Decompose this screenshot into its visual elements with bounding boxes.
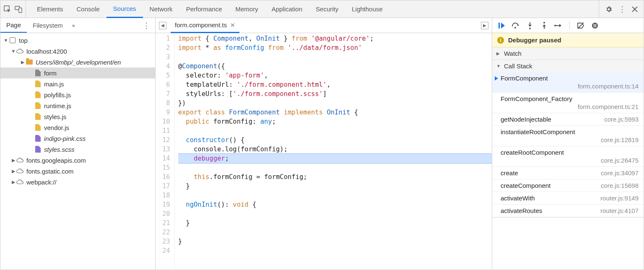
main-tab-security[interactable]: Security: [309, 0, 345, 18]
code-line[interactable]: import * as formConfig from '../data/for…: [178, 43, 492, 52]
code-line[interactable]: debugger;: [178, 154, 492, 163]
watch-section[interactable]: ▶Watch: [492, 47, 644, 60]
stack-frame[interactable]: createRootComponentcore.js:26475: [492, 146, 644, 167]
tree-ext3[interactable]: ▶webpack://: [0, 177, 155, 187]
code-line[interactable]: }): [178, 99, 492, 108]
main-tab-application[interactable]: Application: [265, 0, 309, 18]
pause-on-exceptions-icon[interactable]: [591, 21, 599, 30]
step-out-icon[interactable]: [540, 21, 548, 30]
code-line[interactable]: public formConfig: any;: [178, 117, 492, 126]
tree-ext2[interactable]: ▶fonts.gstatic.com: [0, 166, 155, 177]
close-file-icon[interactable]: ✕: [230, 22, 235, 29]
main-tab-lighthouse[interactable]: Lighthouse: [345, 0, 389, 18]
step-over-icon[interactable]: [512, 21, 520, 30]
open-file-name: form.component.ts: [175, 21, 227, 29]
code-editor[interactable]: 123456789101112131415161718192021222324 …: [156, 33, 492, 270]
callstack-header[interactable]: ▼Call Stack: [492, 60, 644, 72]
svg-point-8: [592, 23, 598, 29]
code-line[interactable]: [178, 191, 492, 200]
open-file-tab[interactable]: form.component.ts ✕: [171, 18, 239, 33]
file-icon: [34, 124, 42, 131]
step-into-icon[interactable]: [526, 21, 534, 30]
svg-rect-10: [595, 24, 596, 27]
navigator-tab-filesystem[interactable]: Filesystem: [27, 18, 69, 33]
navigator-more-tabs[interactable]: »: [69, 22, 78, 29]
main-tab-console[interactable]: Console: [70, 0, 106, 18]
stack-frame[interactable]: createcore.js:34097: [492, 167, 644, 179]
nav-back-icon[interactable]: ◀: [159, 22, 166, 29]
tree-ext1[interactable]: ▶fonts.googleapis.com: [0, 155, 155, 166]
stack-frame[interactable]: createComponentcore.js:15698: [492, 179, 644, 192]
nav-forward-icon[interactable]: ▶: [481, 22, 488, 29]
stack-frame[interactable]: activateRoutesrouter.js:4107: [492, 205, 644, 217]
tree-file-vendor[interactable]: vendor.js: [0, 122, 155, 133]
code-line[interactable]: styleUrls: ['./form.component.scss']: [178, 89, 492, 99]
code-line[interactable]: [178, 52, 492, 62]
svg-rect-3: [499, 23, 500, 29]
tree-folder[interactable]: ▶Users/i8mbp/_development/en: [0, 57, 155, 68]
cloud-icon: [16, 47, 24, 55]
tree-file-scss[interactable]: styles.scss: [0, 144, 155, 155]
inspect-icon[interactable]: [4, 5, 11, 13]
tree-file-polyfills[interactable]: polyfills.js: [0, 89, 155, 100]
cloud-icon: [16, 156, 24, 164]
sources-navigator: Page Filesystem » ⋮ ▼top ▼localhost:4200…: [0, 18, 156, 270]
code-line[interactable]: export class FormComponent implements On…: [178, 108, 492, 117]
source-editor: ◀ form.component.ts ✕ ▶ 1234567891011121…: [156, 18, 492, 270]
main-tab-network[interactable]: Network: [143, 0, 179, 18]
tree-file-indigo[interactable]: indigo-pink.css: [0, 133, 155, 144]
tree-host[interactable]: ▼localhost:4200: [0, 46, 155, 57]
tree-file-runtime[interactable]: runtime.js: [0, 100, 155, 111]
code-line[interactable]: selector: 'app-form',: [178, 71, 492, 80]
navigator-menu-icon[interactable]: ⋮: [138, 21, 155, 30]
file-icon: [34, 145, 42, 153]
code-line[interactable]: [178, 126, 492, 135]
code-line[interactable]: @Component({: [178, 62, 492, 71]
tree-top[interactable]: ▼top: [0, 35, 155, 46]
stack-frame[interactable]: FormComponentform.component.ts:14: [492, 72, 644, 93]
svg-point-4: [514, 27, 516, 29]
close-devtools-icon[interactable]: [632, 6, 638, 12]
svg-rect-2: [19, 8, 22, 13]
file-icon: [34, 113, 42, 120]
code-line[interactable]: }: [178, 218, 492, 228]
main-tab-elements[interactable]: Elements: [30, 0, 70, 18]
stack-frame[interactable]: instantiateRootComponentcore.js:12819: [492, 126, 644, 146]
tree-file-main[interactable]: main.js: [0, 78, 155, 89]
cloud-icon: [16, 178, 24, 186]
code-line[interactable]: [178, 209, 492, 218]
main-tab-memory[interactable]: Memory: [229, 0, 265, 18]
code-line[interactable]: constructor() {: [178, 135, 492, 145]
stack-frame[interactable]: activateWithrouter.js:9149: [492, 192, 644, 205]
deactivate-breakpoints-icon[interactable]: [576, 21, 585, 30]
code-line[interactable]: this.formConfig = formConfig;: [178, 172, 492, 182]
file-icon: [34, 102, 42, 109]
settings-gear-icon[interactable]: [605, 5, 613, 13]
code-line[interactable]: ngOnInit(): void {: [178, 200, 492, 209]
debugger-panel: i Debugger paused ▶Watch ▼Call Stack For…: [492, 18, 644, 270]
code-line[interactable]: [178, 246, 492, 255]
devtools-main-tabs: ElementsConsoleSourcesNetworkPerformance…: [26, 0, 599, 18]
svg-point-7: [554, 25, 556, 26]
code-line[interactable]: [178, 228, 492, 237]
main-tab-performance[interactable]: Performance: [179, 0, 229, 18]
code-line[interactable]: import { Component, OnInit } from '@angu…: [178, 34, 492, 43]
step-icon[interactable]: [554, 21, 563, 30]
stack-frame[interactable]: FormComponent_Factoryform.component.ts:2…: [492, 93, 644, 113]
code-line[interactable]: }: [178, 182, 492, 191]
kebab-menu-icon[interactable]: ⋮: [618, 5, 626, 14]
resume-icon[interactable]: [497, 21, 506, 30]
code-line[interactable]: }: [178, 237, 492, 246]
main-tab-sources[interactable]: Sources: [106, 1, 143, 18]
code-line[interactable]: console.log(formConfig);: [178, 145, 492, 154]
tree-file-form[interactable]: form: [0, 68, 155, 78]
navigator-tab-page[interactable]: Page: [0, 18, 27, 33]
code-line[interactable]: templateUrl: './form.component.html',: [178, 80, 492, 89]
stack-frame[interactable]: getNodeInjectablecore.js:5993: [492, 113, 644, 126]
file-icon: [34, 91, 42, 99]
device-toggle-icon[interactable]: [15, 5, 22, 13]
file-tree: ▼top ▼localhost:4200 ▶Users/i8mbp/_devel…: [0, 33, 155, 270]
tree-file-styles[interactable]: styles.js: [0, 111, 155, 122]
code-line[interactable]: [178, 163, 492, 172]
paused-label: Debugger paused: [508, 36, 561, 44]
